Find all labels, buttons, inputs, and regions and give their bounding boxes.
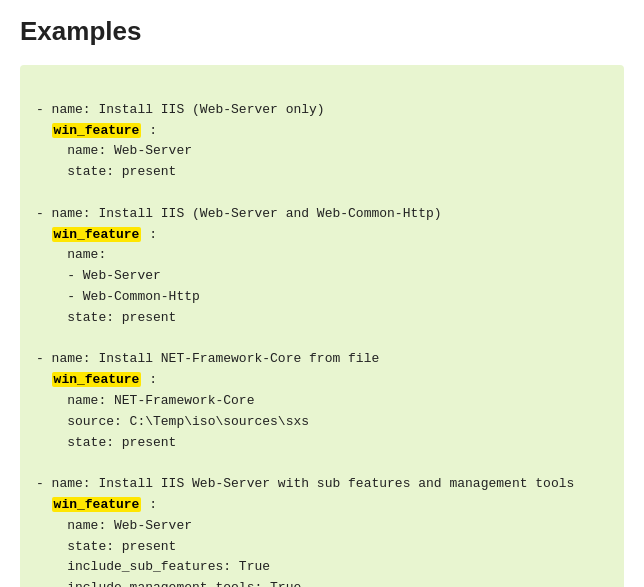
example2-line2: win_feature : (36, 227, 157, 242)
example4-line4: state: present (36, 539, 176, 554)
example4-line3: name: Web-Server (36, 518, 192, 533)
example3-line4: source: C:\Temp\iso\sources\sxs (36, 414, 309, 429)
example4-line6: include_management_tools: True (36, 580, 301, 587)
example2-line6: state: present (36, 310, 176, 325)
win-feature-highlight-4: win_feature (52, 497, 142, 512)
page-heading: Examples (20, 16, 624, 47)
code-block: - name: Install IIS (Web-Server only) wi… (20, 65, 624, 587)
example2-line1: - name: Install IIS (Web-Server and Web-… (36, 206, 442, 221)
win-feature-highlight-1: win_feature (52, 123, 142, 138)
example1-line3: name: Web-Server (36, 143, 192, 158)
example1-line4: state: present (36, 164, 176, 179)
example1-line2: win_feature : (36, 123, 157, 138)
example2-line4: - Web-Server (36, 268, 161, 283)
example4-line5: include_sub_features: True (36, 559, 270, 574)
example4-line1: - name: Install IIS Web-Server with sub … (36, 476, 574, 491)
example3-line1: - name: Install NET-Framework-Core from … (36, 351, 379, 366)
win-feature-highlight-3: win_feature (52, 372, 142, 387)
example2-line3: name: (36, 247, 106, 262)
win-feature-highlight-2: win_feature (52, 227, 142, 242)
example2-line5: - Web-Common-Http (36, 289, 200, 304)
example3-line3: name: NET-Framework-Core (36, 393, 254, 408)
example3-line2: win_feature : (36, 372, 157, 387)
example4-line2: win_feature : (36, 497, 157, 512)
example3-line5: state: present (36, 435, 176, 450)
example1-line1: - name: Install IIS (Web-Server only) (36, 102, 325, 117)
